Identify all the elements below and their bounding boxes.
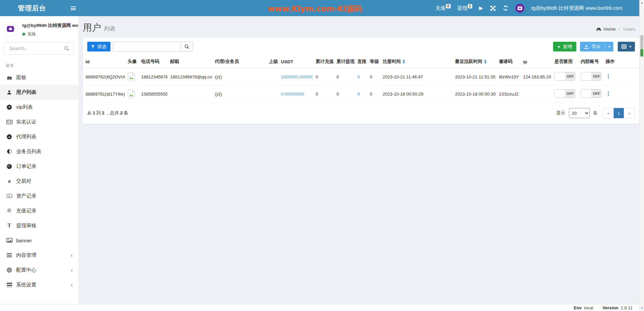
scrollbar-down-icon[interactable]: ▼ <box>640 306 644 311</box>
sidebar-item-salesmen[interactable]: 业务员列表 <box>0 144 78 159</box>
sidebar-toggle-button[interactable] <box>67 0 79 16</box>
row-actions-button[interactable]: ⋮ <box>606 74 611 79</box>
cell-direct: 0 <box>355 85 367 103</box>
sidebar-item-recharge-records[interactable]: ® 充值记录 <box>0 203 78 218</box>
registered-icon: ® <box>6 208 12 213</box>
per-page-label: 显示 <box>556 110 566 116</box>
withdraw-badge: 1 <box>468 4 473 8</box>
sidebar-item-content-management[interactable]: 内容管理 ‹ <box>0 248 78 263</box>
play-icon[interactable]: ▶ <box>479 5 483 11</box>
sidebar-item-config-center[interactable]: 配置中心 ‹ <box>0 263 78 277</box>
circle-chevron-down-icon: ▾ <box>6 105 12 110</box>
cell-disabled: OFF <box>552 68 578 85</box>
cell-recharge-total: 0 <box>313 85 334 103</box>
cell-actions: ⋮ <box>603 85 639 103</box>
fullscreen-icon[interactable] <box>490 5 496 11</box>
cell-phone: 15858555555 <box>138 85 167 103</box>
cell-email: 18812345678@qq.com <box>167 68 212 85</box>
breadcrumb-separator: > <box>618 27 621 32</box>
toggle-knob <box>581 72 592 80</box>
disabled-toggle[interactable]: OFF <box>554 72 575 81</box>
sidebar-item-users[interactable]: 用户列表 <box>0 85 78 100</box>
prev-page-button[interactable]: « <box>603 108 614 118</box>
cell-disabled: OFF <box>552 85 578 103</box>
cell-internal: OFF <box>578 85 603 103</box>
table-search-button[interactable] <box>181 42 193 51</box>
cell-email <box>167 85 212 103</box>
sidebar-item-kyc[interactable]: 实名认证 <box>0 114 78 129</box>
direct-link[interactable]: 0 <box>357 74 360 79</box>
page-1-button[interactable]: 1 <box>614 108 624 118</box>
filter-button[interactable]: 筛选 <box>87 42 110 51</box>
sidebar-item-system-settings[interactable]: 系统设置 ‹ <box>0 277 78 292</box>
withdraw-link[interactable]: 提现1 <box>457 5 472 11</box>
sidebar-item-agents[interactable]: ▴ 代理列表 <box>0 129 78 144</box>
usdt-link[interactable]: 1000000.00000000 <box>281 74 313 79</box>
table-search-input[interactable] <box>113 42 181 51</box>
cell-direct: 0 <box>355 68 367 85</box>
add-button[interactable]: + 新增 <box>553 42 577 51</box>
col-header-internal: 内部账号 <box>578 56 603 68</box>
scrollbar-thumb[interactable] <box>640 35 643 50</box>
admin-app: 管理后台 www.Klym.com-KI源码 充值0 提现1 ▶ tg@by99… <box>0 0 644 311</box>
globe-icon <box>6 268 12 273</box>
sort-icon[interactable] <box>402 60 405 64</box>
navbar-username[interactable]: tg@by99dh 比特资源网 www.bori99.com <box>532 5 622 11</box>
sidebar-item-vip[interactable]: ▾ vip列表 <box>0 100 78 114</box>
export-button[interactable]: 导出 <box>580 42 605 51</box>
navbar-avatar[interactable] <box>515 4 524 13</box>
navbar-banner-text: www.Klym.com-KI源码 <box>268 4 362 14</box>
sidebar-item-orders[interactable]: 订单记录 <box>0 159 78 174</box>
table-row: 88889762(6Q2OVIAN) 18812345678 188123456… <box>83 68 639 85</box>
cell-usdt: 1000000.00000000 <box>278 68 313 85</box>
refresh-icon[interactable] <box>503 5 508 11</box>
export-dropdown-button[interactable]: ▾ <box>605 42 613 51</box>
recharge-label: 充值 <box>436 5 446 11</box>
internal-account-toggle[interactable]: OFF <box>581 89 602 98</box>
cell-id: 88889762(6Q2OVIAN) <box>83 68 125 85</box>
sidebar-item-trading-pairs[interactable]: a 交易对 <box>0 174 78 188</box>
next-page-button[interactable]: » <box>624 108 635 118</box>
sidebar-item-withdraw-review[interactable]: T 提现审核 <box>0 218 78 233</box>
toggle-off-label: OFF <box>592 72 601 80</box>
cell-actions: ⋮ <box>603 68 639 85</box>
scrollbar-up-icon[interactable]: ▲ <box>640 0 644 5</box>
sidebar-item-label: 业务员列表 <box>16 148 41 155</box>
sidebar-item-banner[interactable]: banner <box>0 233 78 248</box>
col-header-agent: 代理/业务员 <box>212 56 266 68</box>
app-logo[interactable]: 管理后台 <box>0 4 64 13</box>
direct-link[interactable]: 0 <box>357 92 360 97</box>
sidebar-item-label: 交易对 <box>16 178 31 184</box>
cell-id: 88889761(td17YIkk) <box>83 85 125 103</box>
online-status-label: 在线 <box>28 31 36 37</box>
disabled-toggle[interactable]: OFF <box>554 89 575 98</box>
chevron-left-icon: ‹ <box>71 282 73 288</box>
col-header-id: Id <box>83 56 125 68</box>
sidebar-item-dashboard[interactable]: 面板 <box>0 70 78 85</box>
circle-caret-up-icon: ▴ <box>6 134 12 139</box>
recharge-link[interactable]: 充值0 <box>436 5 450 11</box>
cell-ip <box>520 85 552 103</box>
sidebar-item-label: 用户列表 <box>16 89 36 96</box>
row-actions-button[interactable]: ⋮ <box>606 91 611 97</box>
internal-account-toggle[interactable]: OFF <box>581 72 602 81</box>
asset-record-icon <box>6 194 12 198</box>
sidebar-item-label: 面板 <box>16 74 26 81</box>
col-header-usdt: USDT <box>278 56 313 68</box>
caret-down-icon: ▾ <box>608 45 610 48</box>
sidebar-item-asset-records[interactable]: 资产记录 <box>0 188 78 203</box>
per-page-select[interactable]: 20 <box>569 108 590 118</box>
page-title-main: 用户 <box>83 22 101 34</box>
broken-image-icon <box>128 72 135 81</box>
browser-scrollbar[interactable]: ▲ ▼ <box>639 0 644 311</box>
breadcrumb-home[interactable]: Home <box>596 27 616 32</box>
usdt-link[interactable]: 0.00000000 <box>281 92 304 97</box>
toggle-off-label: OFF <box>566 72 575 80</box>
cell-active-time: 2023-10-21 11:51:35 <box>452 68 496 85</box>
cell-phone: 18812345678 <box>138 68 167 85</box>
broken-image-icon <box>128 90 135 98</box>
sidebar-search <box>4 42 74 55</box>
sort-icon[interactable] <box>484 60 487 64</box>
columns-button[interactable]: ▾ <box>618 42 635 51</box>
sidebar-search-input[interactable] <box>8 45 64 51</box>
